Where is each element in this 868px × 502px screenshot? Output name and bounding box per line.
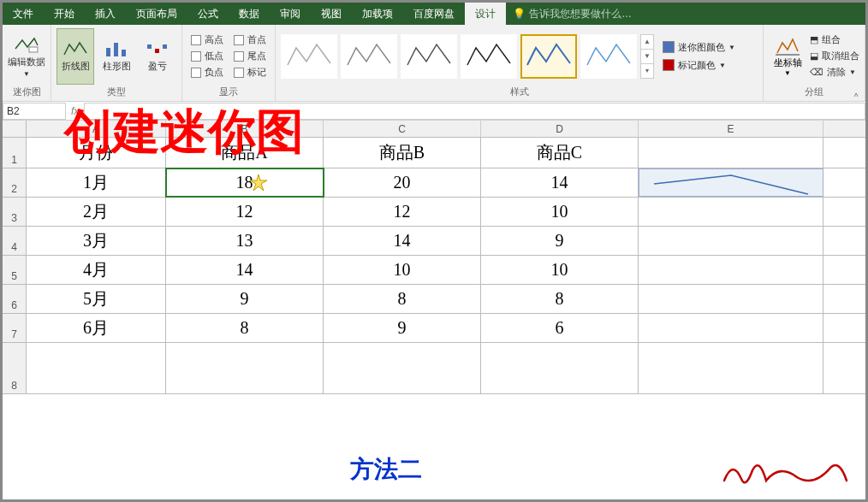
cell-e1[interactable] xyxy=(639,138,823,168)
winloss-type-button[interactable]: 盈亏 xyxy=(139,28,176,85)
cell-c6[interactable]: 8 xyxy=(324,285,481,313)
fx-icon[interactable]: fx xyxy=(66,105,84,117)
style-option-4[interactable] xyxy=(461,34,517,79)
row-header-7[interactable]: 7 xyxy=(3,314,27,342)
col-header-c[interactable]: C xyxy=(324,121,481,137)
cell-d4[interactable]: 9 xyxy=(481,227,639,255)
row-header-2[interactable]: 2 xyxy=(3,168,27,197)
style-option-3[interactable] xyxy=(401,34,457,79)
tab-formulas[interactable]: 公式 xyxy=(187,3,229,25)
cell-e8[interactable] xyxy=(639,343,823,393)
cell-c3[interactable]: 12 xyxy=(324,198,481,226)
eraser-icon: ⌫ xyxy=(810,67,823,78)
col-header-b[interactable]: B xyxy=(166,121,324,137)
formula-bar-input[interactable] xyxy=(84,103,865,120)
cell-a2[interactable]: 1月 xyxy=(27,168,166,197)
row-header-5[interactable]: 5 xyxy=(3,256,27,284)
row-header-6[interactable]: 6 xyxy=(3,285,27,313)
tab-addins[interactable]: 加载项 xyxy=(352,3,403,25)
tell-me-search[interactable]: 💡 告诉我您想要做什么… xyxy=(513,7,632,21)
col-header-d[interactable]: D xyxy=(481,121,639,137)
cell-e3[interactable] xyxy=(639,198,823,226)
tab-design[interactable]: 设计 xyxy=(465,3,506,25)
cell-b3[interactable]: 12 xyxy=(166,198,324,226)
tab-page-layout[interactable]: 页面布局 xyxy=(126,3,187,25)
neg-point-checkbox[interactable]: 负点 xyxy=(191,66,223,79)
collapse-ribbon-button[interactable]: ^ xyxy=(847,25,865,102)
cell-e4[interactable] xyxy=(639,227,823,255)
cell-a5[interactable]: 4月 xyxy=(27,256,166,284)
cell-b7[interactable]: 8 xyxy=(166,314,324,342)
axis-button[interactable]: 坐标轴 ▼ xyxy=(769,28,806,85)
cell-d7[interactable]: 6 xyxy=(481,314,639,342)
cell-c4[interactable]: 14 xyxy=(324,227,481,255)
cell-a1[interactable]: 月份 xyxy=(27,138,166,168)
first-point-checkbox[interactable]: 首点 xyxy=(234,33,266,46)
line-type-button[interactable]: 折线图 xyxy=(56,28,94,85)
row-header-4[interactable]: 4 xyxy=(3,227,27,255)
tab-home[interactable]: 开始 xyxy=(44,3,85,25)
gallery-more-button[interactable]: ▾ xyxy=(641,64,653,78)
grid-row: 3 2月 12 12 10 xyxy=(3,198,865,227)
cell-d6[interactable]: 8 xyxy=(481,285,639,313)
col-header-e[interactable]: E xyxy=(639,121,823,137)
style-option-1[interactable] xyxy=(281,34,337,79)
tab-baidu[interactable]: 百度网盘 xyxy=(403,3,465,25)
cell-a6[interactable]: 5月 xyxy=(27,285,166,313)
checkbox-icon xyxy=(234,35,244,45)
column-type-button[interactable]: 柱形图 xyxy=(98,28,135,85)
cell-c1[interactable]: 商品B xyxy=(324,138,481,168)
cell-c5[interactable]: 10 xyxy=(324,256,481,284)
cell-e6[interactable] xyxy=(639,285,823,313)
tab-data[interactable]: 数据 xyxy=(229,3,270,25)
high-point-checkbox[interactable]: 高点 xyxy=(191,33,223,46)
markers-checkbox[interactable]: 标记 xyxy=(234,66,266,79)
cell-e7[interactable] xyxy=(639,314,823,342)
gallery-down-button[interactable]: ▼ xyxy=(641,50,653,64)
row-header-1[interactable]: 1 xyxy=(3,138,27,168)
cell-e5[interactable] xyxy=(639,256,823,284)
style-option-2[interactable] xyxy=(341,34,397,79)
row-header-8[interactable]: 8 xyxy=(3,343,27,393)
name-box-input[interactable] xyxy=(3,103,66,120)
cell-e2-sparkline[interactable] xyxy=(639,168,823,197)
cell-d2[interactable]: 14 xyxy=(481,168,639,197)
cell-a4[interactable]: 3月 xyxy=(27,227,166,255)
last-point-checkbox[interactable]: 尾点 xyxy=(234,50,266,62)
cell-b8[interactable] xyxy=(166,343,324,393)
cell-d1[interactable]: 商品C xyxy=(481,138,639,168)
cell-d3[interactable]: 10 xyxy=(481,198,639,226)
grid-row: 4 3月 13 14 9 xyxy=(3,227,865,256)
cell-b5[interactable]: 14 xyxy=(166,256,324,284)
cell-b6[interactable]: 9 xyxy=(166,285,324,313)
cell-c7[interactable]: 9 xyxy=(324,314,481,342)
tab-view[interactable]: 视图 xyxy=(311,3,352,25)
svg-rect-1 xyxy=(106,48,110,56)
edit-data-button[interactable]: 编辑数据 ▼ xyxy=(8,28,45,85)
tab-insert[interactable]: 插入 xyxy=(85,3,126,25)
tab-file[interactable]: 文件 xyxy=(3,3,44,25)
cell-b4[interactable]: 13 xyxy=(166,227,324,255)
cell-b2[interactable]: 18 xyxy=(166,168,324,197)
cell-a7[interactable]: 6月 xyxy=(27,314,166,342)
grid-row: 1 月份 商品A 商品B 商品C xyxy=(3,138,865,168)
group-show: 高点 低点 负点 首点 尾点 标记 显示 xyxy=(182,25,276,101)
row-header-3[interactable]: 3 xyxy=(3,198,27,226)
cell-d8[interactable] xyxy=(481,343,639,393)
cell-a3[interactable]: 2月 xyxy=(27,198,166,226)
cell-c2[interactable]: 20 xyxy=(324,168,481,197)
marker-color-button[interactable]: 标记颜色▼ xyxy=(663,57,735,74)
cell-c8[interactable] xyxy=(324,343,481,393)
low-point-checkbox[interactable]: 低点 xyxy=(191,50,223,62)
select-all-corner[interactable] xyxy=(3,121,27,137)
cell-a8[interactable] xyxy=(27,343,166,393)
gallery-up-button[interactable]: ▲ xyxy=(641,35,653,50)
edit-data-label: 编辑数据 xyxy=(8,56,45,68)
col-header-a[interactable]: A xyxy=(27,121,166,137)
cell-b1[interactable]: 商品A xyxy=(166,138,324,168)
cell-d5[interactable]: 10 xyxy=(481,256,639,284)
tab-review[interactable]: 审阅 xyxy=(270,3,311,25)
sparkline-color-button[interactable]: 迷你图颜色▼ xyxy=(663,39,735,56)
style-option-6[interactable] xyxy=(580,34,637,79)
style-option-5[interactable] xyxy=(520,34,577,79)
